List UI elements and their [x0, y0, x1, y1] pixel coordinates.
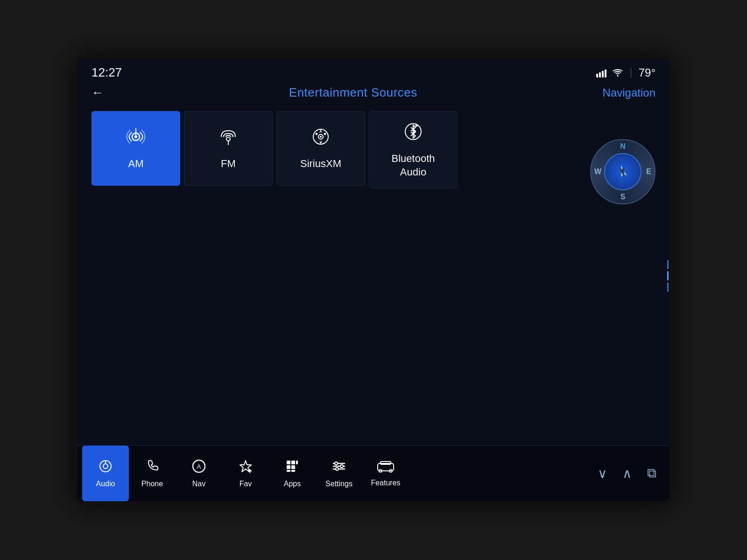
svg-marker-10	[619, 167, 627, 179]
svg-rect-20	[291, 461, 295, 464]
settings-label: Settings	[325, 480, 352, 488]
am-label: AM	[128, 157, 144, 171]
apps-label: Apps	[284, 480, 301, 488]
navigation-button[interactable]: Navigation	[603, 86, 655, 99]
back-button[interactable]: ←	[92, 85, 104, 100]
bluetooth-icon	[402, 121, 424, 147]
nav-item-features[interactable]: Features	[362, 446, 409, 501]
main-content: AM FM	[78, 106, 669, 445]
compass-west: W	[594, 168, 601, 176]
source-tile-siriusxm[interactable]: SiriusXM	[276, 111, 365, 186]
svg-point-1	[134, 135, 137, 138]
audio-icon	[98, 459, 113, 477]
compass-ring: N S E W	[590, 139, 655, 204]
car-infotainment-screen: 12:27 79° ← Entertainment Sources Naviga…	[75, 56, 672, 504]
compass-north: N	[620, 142, 626, 151]
audio-label: Audio	[96, 480, 115, 488]
svg-point-30	[340, 465, 343, 468]
header-row: ← Entertainment Sources Navigation	[78, 84, 669, 106]
status-right: 79°	[596, 66, 655, 79]
svg-point-6	[320, 136, 322, 138]
nav-controls: ∨ ∧ ⧉	[594, 462, 665, 485]
apps-icon	[285, 459, 300, 477]
nav-compass-area: N S E W	[567, 111, 660, 441]
nav-item-phone[interactable]: Phone	[129, 446, 176, 501]
scroll-indicator	[667, 260, 669, 292]
scroll-dot-2	[667, 271, 669, 280]
svg-rect-25	[291, 470, 295, 472]
svg-rect-19	[287, 461, 290, 464]
nav-down-button[interactable]: ∨	[594, 462, 611, 485]
nav-label: Nav	[192, 480, 205, 488]
svg-rect-24	[287, 470, 290, 472]
nav-item-settings[interactable]: Settings	[316, 446, 362, 501]
page-title: Entertainment Sources	[289, 85, 417, 100]
scroll-dot-3	[667, 282, 669, 292]
svg-point-29	[335, 462, 338, 465]
wifi-icon	[612, 69, 623, 77]
compass-east: E	[646, 168, 651, 176]
siriusxm-label: SiriusXM	[300, 157, 341, 171]
nav-item-apps[interactable]: Apps	[269, 446, 316, 501]
compass-inner	[604, 153, 641, 190]
compass-south: S	[620, 193, 626, 201]
status-divider	[631, 68, 631, 78]
features-label: Features	[371, 479, 400, 487]
svg-rect-23	[291, 465, 295, 469]
fav-icon	[238, 459, 253, 477]
settings-icon	[331, 459, 346, 477]
signal-icon	[596, 68, 606, 77]
compass: N S E W	[590, 139, 655, 204]
nav-up-button[interactable]: ∧	[619, 462, 636, 485]
am-icon	[125, 126, 147, 152]
siriusxm-icon	[310, 126, 331, 152]
svg-point-12	[103, 464, 108, 469]
source-tiles: AM FM	[92, 111, 557, 189]
nav-item-nav[interactable]: A Nav	[176, 446, 222, 501]
bottom-nav: Audio Phone A Nav	[78, 445, 669, 501]
svg-text:A: A	[197, 463, 201, 470]
nav-copy-button[interactable]: ⧉	[643, 462, 660, 485]
status-temperature: 79°	[639, 66, 655, 79]
fm-icon	[218, 126, 239, 152]
phone-icon	[145, 459, 160, 477]
source-tile-bluetooth[interactable]: Bluetooth Audio	[369, 111, 458, 189]
nav-item-audio[interactable]: Audio	[82, 446, 129, 501]
bluetooth-label: Bluetooth Audio	[392, 152, 435, 179]
phone-label: Phone	[141, 480, 163, 488]
sources-area: AM FM	[92, 111, 557, 441]
status-time: 12:27	[92, 65, 122, 80]
nav-item-fav[interactable]: Fav	[222, 446, 269, 501]
fav-label: Fav	[240, 480, 252, 488]
svg-point-8	[416, 125, 418, 127]
svg-point-2	[226, 137, 230, 141]
source-tile-am[interactable]: AM	[92, 111, 180, 186]
features-icon	[377, 460, 395, 476]
scroll-dot-1	[667, 260, 669, 269]
svg-rect-22	[287, 465, 290, 469]
source-tile-fm[interactable]: FM	[184, 111, 273, 186]
nav-icon: A	[191, 459, 206, 477]
svg-point-31	[336, 468, 338, 470]
status-bar: 12:27 79°	[78, 59, 669, 84]
svg-rect-21	[296, 461, 298, 464]
fm-label: FM	[221, 157, 236, 171]
